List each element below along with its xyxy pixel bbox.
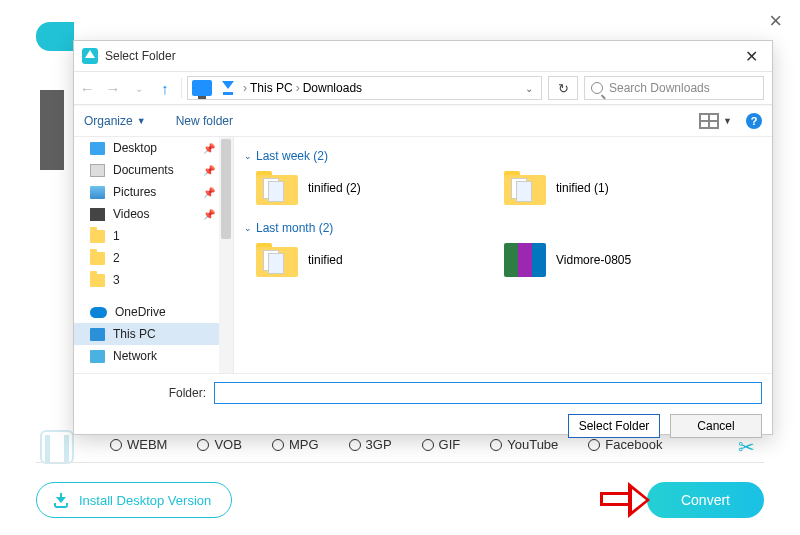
- search-icon: [591, 82, 603, 94]
- help-button[interactable]: ?: [746, 113, 762, 129]
- select-folder-button[interactable]: Select Folder: [568, 414, 660, 438]
- organize-menu[interactable]: Organize▼: [84, 114, 146, 128]
- address-bar[interactable]: › This PC › Downloads ⌄: [187, 76, 542, 100]
- bg-thumbnail: [40, 90, 64, 170]
- folder-item[interactable]: Vidmore-0805: [504, 243, 724, 277]
- app-logo-icon: [82, 48, 98, 64]
- folder-content: ⌄Last week (2)tinified (2)tinified (1)⌄L…: [234, 137, 772, 373]
- folder-item-label: tinified (1): [556, 181, 609, 195]
- install-desktop-button[interactable]: Install Desktop Version: [36, 482, 232, 518]
- dialog-close-button[interactable]: ✕: [739, 47, 764, 66]
- sidebar-item[interactable]: Desktop📌: [74, 137, 233, 159]
- pin-icon: 📌: [203, 165, 215, 176]
- folder-input[interactable]: [214, 382, 762, 404]
- path-folder[interactable]: Downloads: [303, 81, 362, 95]
- dialog-toolbar: Organize▼ New folder ▼ ?: [74, 105, 772, 137]
- nav-forward-button[interactable]: →: [100, 80, 126, 97]
- annotation-arrow: [600, 480, 650, 520]
- select-folder-dialog: Select Folder ✕ ← → ⌄ ↑ › This PC › Down…: [73, 40, 773, 435]
- ic-doc-icon: [90, 164, 105, 177]
- new-folder-button[interactable]: New folder: [176, 114, 233, 128]
- ic-pc-icon: [90, 328, 105, 341]
- ic-pic-icon: [90, 186, 105, 199]
- nav-recent-dropdown[interactable]: ⌄: [126, 83, 152, 94]
- sidebar-scrollbar[interactable]: [219, 137, 233, 373]
- folder-thumb-icon: [256, 171, 298, 205]
- group-header[interactable]: ⌄Last week (2): [244, 149, 762, 163]
- nav-back-button[interactable]: ←: [74, 80, 100, 97]
- divider: [36, 462, 764, 463]
- download-icon: [53, 492, 69, 508]
- dialog-bottom: Folder: Select Folder Cancel: [74, 373, 772, 448]
- sidebar-item[interactable]: Videos📌: [74, 203, 233, 225]
- ic-folder-icon: [90, 274, 105, 287]
- ic-onedrive-icon: [90, 307, 107, 318]
- folder-item-label: tinified: [308, 253, 343, 267]
- folder-item[interactable]: tinified (2): [256, 171, 476, 205]
- sidebar-item[interactable]: 3: [74, 269, 233, 291]
- folder-thumb-icon: [504, 171, 546, 205]
- cancel-button[interactable]: Cancel: [670, 414, 762, 438]
- pin-icon: 📌: [203, 187, 215, 198]
- sidebar-item[interactable]: OneDrive: [74, 301, 233, 323]
- ic-folder-icon: [90, 230, 105, 243]
- group-header[interactable]: ⌄Last month (2): [244, 221, 762, 235]
- sidebar-item[interactable]: 2: [74, 247, 233, 269]
- folder-label: Folder:: [84, 386, 214, 400]
- convert-button[interactable]: Convert: [647, 482, 764, 518]
- sidebar-item[interactable]: Network: [74, 345, 233, 367]
- pin-icon: 📌: [203, 209, 215, 220]
- ic-desktop-icon: [90, 142, 105, 155]
- view-menu[interactable]: ▼: [699, 113, 732, 129]
- sidebar-item[interactable]: This PC: [74, 323, 233, 345]
- ic-net-icon: [90, 350, 105, 363]
- sidebar-item[interactable]: Pictures📌: [74, 181, 233, 203]
- path-root[interactable]: This PC: [250, 81, 293, 95]
- folder-thumb-icon: [256, 243, 298, 277]
- ic-vid-icon: [90, 208, 105, 221]
- downloads-icon: [220, 81, 236, 95]
- refresh-button[interactable]: ↻: [548, 76, 578, 100]
- sidebar-item[interactable]: Documents📌: [74, 159, 233, 181]
- sidebar: Desktop📌Documents📌Pictures📌Videos📌123One…: [74, 137, 234, 373]
- ic-folder-icon: [90, 252, 105, 265]
- view-icon: [699, 113, 719, 129]
- pin-icon: 📌: [203, 143, 215, 154]
- folder-thumb-icon: [504, 243, 546, 277]
- film-icon: [40, 430, 74, 464]
- path-dropdown-icon[interactable]: ⌄: [517, 83, 541, 94]
- dialog-title: Select Folder: [105, 49, 176, 63]
- folder-item-label: Vidmore-0805: [556, 253, 631, 267]
- bg-teal-button: [36, 22, 74, 51]
- nav-row: ← → ⌄ ↑ › This PC › Downloads ⌄ ↻ Search…: [74, 71, 772, 105]
- sidebar-item[interactable]: 1: [74, 225, 233, 247]
- folder-item[interactable]: tinified: [256, 243, 476, 277]
- folder-item[interactable]: tinified (1): [504, 171, 724, 205]
- dialog-titlebar: Select Folder ✕: [74, 41, 772, 71]
- search-input[interactable]: Search Downloads: [584, 76, 764, 100]
- page-close-icon[interactable]: ×: [769, 8, 782, 34]
- pc-icon: [192, 80, 212, 96]
- nav-up-button[interactable]: ↑: [152, 80, 178, 97]
- folder-item-label: tinified (2): [308, 181, 361, 195]
